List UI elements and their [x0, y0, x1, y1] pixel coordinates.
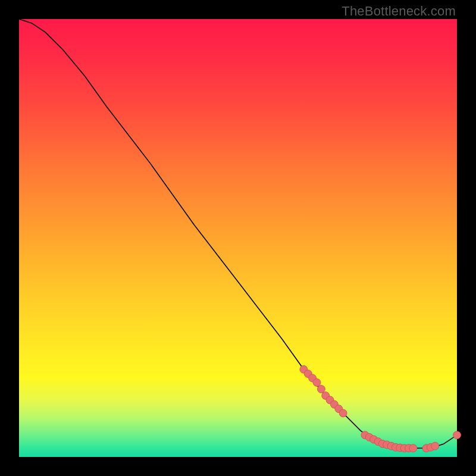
data-markers [300, 365, 461, 452]
data-marker [409, 444, 417, 452]
plot-area [19, 19, 457, 457]
watermark-text: TheBottleneck.com [342, 4, 456, 19]
chart-svg [19, 19, 457, 457]
data-marker [431, 442, 439, 450]
chart-frame: TheBottleneck.com [0, 0, 476, 476]
data-marker [339, 409, 347, 417]
data-marker [313, 378, 321, 386]
data-marker [317, 385, 325, 393]
bottleneck-curve [19, 19, 457, 448]
data-marker [453, 431, 461, 439]
